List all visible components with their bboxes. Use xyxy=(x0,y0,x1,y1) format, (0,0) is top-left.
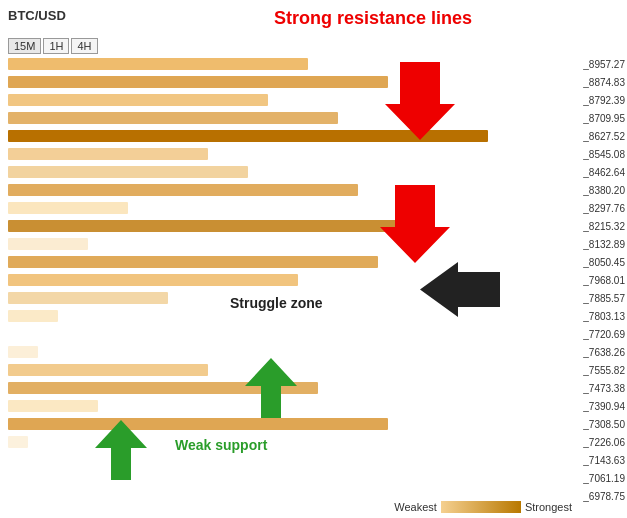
price-label: _7968.01 xyxy=(583,271,625,289)
tf-1h[interactable]: 1H xyxy=(43,38,69,54)
price-label: _8545.08 xyxy=(583,145,625,163)
bar xyxy=(8,418,388,430)
tf-4h[interactable]: 4H xyxy=(71,38,97,54)
price-label: _7720.69 xyxy=(583,325,625,343)
bar xyxy=(8,58,308,70)
bar-row xyxy=(8,73,573,91)
bar xyxy=(8,238,88,250)
bar-row xyxy=(8,163,573,181)
bar xyxy=(8,436,28,448)
bar xyxy=(8,94,268,106)
bar xyxy=(8,310,58,322)
legend-weakest: Weakest xyxy=(394,501,437,513)
bar xyxy=(8,148,208,160)
price-labels: _8957.27_8874.83_8792.39_8709.95_8627.52… xyxy=(583,55,625,505)
svg-marker-1 xyxy=(380,185,450,263)
bar-row xyxy=(8,127,573,145)
price-label: _7555.82 xyxy=(583,361,625,379)
weak-support-label: Weak support xyxy=(175,437,267,453)
price-label: _8874.83 xyxy=(583,73,625,91)
bar xyxy=(8,166,248,178)
bar xyxy=(8,184,358,196)
tf-15m[interactable]: 15M xyxy=(8,38,41,54)
price-label: _7885.57 xyxy=(583,289,625,307)
bar-row xyxy=(8,325,573,343)
bar-row xyxy=(8,91,573,109)
svg-marker-2 xyxy=(420,262,500,317)
price-label: _8215.32 xyxy=(583,217,625,235)
bar-row xyxy=(8,199,573,217)
bar-row xyxy=(8,433,573,451)
svg-marker-3 xyxy=(245,358,297,418)
price-label: _7226.06 xyxy=(583,433,625,451)
bar-row xyxy=(8,217,573,235)
timeframe-controls: 15M 1H 4H xyxy=(8,38,98,54)
price-label: _8462.64 xyxy=(583,163,625,181)
struggle-zone-label: Struggle zone xyxy=(230,295,323,311)
price-label: _8792.39 xyxy=(583,91,625,109)
resistance-title: Strong resistance lines xyxy=(274,8,472,29)
pair-label: BTC/USD xyxy=(8,8,66,23)
price-label: _8380.20 xyxy=(583,181,625,199)
bar xyxy=(8,220,428,232)
price-label: _8709.95 xyxy=(583,109,625,127)
green-arrow-2 xyxy=(95,420,147,480)
legend-strongest: Strongest xyxy=(525,501,572,513)
bar xyxy=(8,112,338,124)
bar-row xyxy=(8,109,573,127)
bar xyxy=(8,76,388,88)
bar xyxy=(8,202,128,214)
price-label: _7143.63 xyxy=(583,451,625,469)
svg-marker-4 xyxy=(95,420,147,480)
price-label: _7390.94 xyxy=(583,397,625,415)
price-label: _8132.89 xyxy=(583,235,625,253)
bar-row xyxy=(8,451,573,469)
price-label: _7308.50 xyxy=(583,415,625,433)
price-label: _8297.76 xyxy=(583,199,625,217)
bar xyxy=(8,292,168,304)
legend-gradient xyxy=(441,501,521,513)
price-label: _7638.26 xyxy=(583,343,625,361)
bar xyxy=(8,400,98,412)
black-arrow xyxy=(420,262,500,317)
bar-row xyxy=(8,181,573,199)
bar-row xyxy=(8,235,573,253)
bar xyxy=(8,364,208,376)
bar xyxy=(8,274,298,286)
green-arrow-1 xyxy=(245,358,297,418)
price-label: _7473.38 xyxy=(583,379,625,397)
price-label: _8627.52 xyxy=(583,127,625,145)
price-label: _7061.19 xyxy=(583,469,625,487)
bar xyxy=(8,346,38,358)
price-label: _6978.75 xyxy=(583,487,625,505)
svg-marker-0 xyxy=(385,62,455,140)
bar-row xyxy=(8,145,573,163)
price-label: _8050.45 xyxy=(583,253,625,271)
red-arrow-2 xyxy=(380,185,450,265)
price-label: _7803.13 xyxy=(583,307,625,325)
bar xyxy=(8,256,378,268)
legend: Weakest Strongest xyxy=(394,501,572,513)
bar-row xyxy=(8,55,573,73)
red-arrow-1 xyxy=(385,62,455,142)
price-label: _8957.27 xyxy=(583,55,625,73)
bar-row xyxy=(8,469,573,487)
